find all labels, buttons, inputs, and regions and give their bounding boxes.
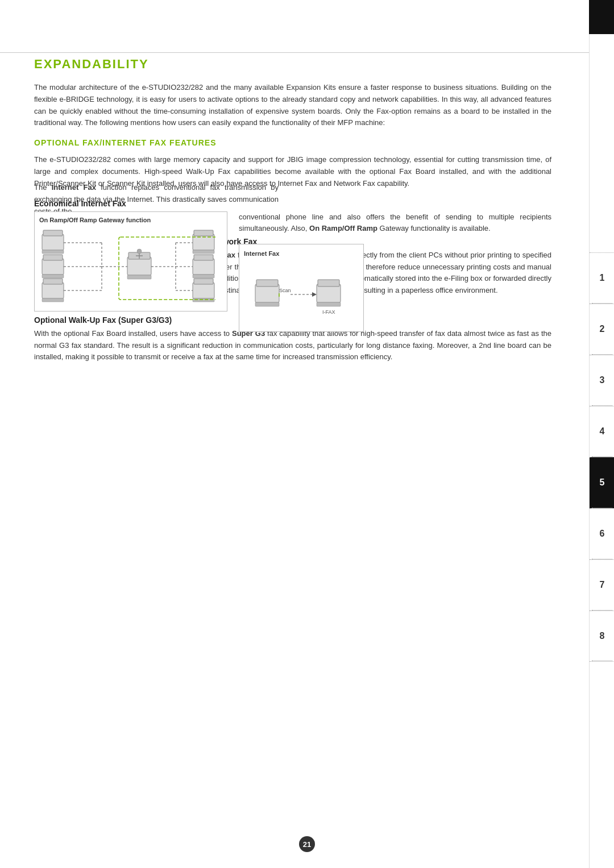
svg-rect-26 <box>194 230 213 236</box>
tab-5-active[interactable]: 5 <box>590 457 614 508</box>
svg-rect-3 <box>42 259 64 275</box>
svg-rect-6 <box>42 283 64 298</box>
black-header-block <box>589 0 614 34</box>
gateway-diagram-label: On Ramp/Off Ramp Gateway function <box>39 217 222 223</box>
svg-rect-0 <box>42 234 64 250</box>
svg-rect-36 <box>256 280 278 286</box>
svg-rect-25 <box>193 234 214 250</box>
svg-rect-30 <box>193 275 214 278</box>
internet-fax-bold: Internet Fax <box>52 183 96 192</box>
efficient-fax-text: The Network Fax function allows users to… <box>176 250 551 297</box>
svg-rect-33 <box>193 298 214 302</box>
svg-rect-35 <box>255 284 279 302</box>
optional-fax-title: OPTIONAL FAX/INTERNET FAX FEATURES <box>34 138 551 147</box>
svg-rect-14 <box>127 257 151 275</box>
svg-rect-27 <box>193 250 214 254</box>
svg-text:I-FAX: I-FAX <box>322 309 335 315</box>
svg-rect-42 <box>317 284 341 302</box>
section-title: EXPANDABILITY <box>34 57 551 72</box>
tab-8[interactable]: 8 <box>590 610 614 662</box>
walkup-fax-text: With the optional Fax Board installed, u… <box>34 328 551 363</box>
svg-rect-5 <box>42 275 64 278</box>
tab-1[interactable]: 1 <box>590 252 614 304</box>
svg-rect-1 <box>43 230 63 236</box>
top-divider <box>0 52 589 53</box>
internet-fax-diagram-box: Internet Fax Scan <box>239 244 364 332</box>
efficient-fax-heading: Efficient Network Fax <box>176 237 551 246</box>
svg-rect-29 <box>194 255 213 260</box>
right-tab-strip: 1 2 3 4 5 6 7 8 <box>589 0 614 868</box>
tab-2[interactable]: 2 <box>590 304 614 355</box>
svg-point-17 <box>137 249 142 254</box>
internet-fax-diagram-label: Internet Fax <box>244 249 359 259</box>
network-fax-text-col: Efficient Network Fax The Network Fax fu… <box>176 229 551 306</box>
svg-rect-37 <box>255 302 279 306</box>
internet-fax-svg: Scan I-FAX <box>244 261 358 324</box>
svg-rect-28 <box>193 259 214 275</box>
main-content: EXPANDABILITY The modular architecture o… <box>34 57 580 372</box>
tab-3[interactable]: 3 <box>590 355 614 406</box>
svg-text:Scan: Scan <box>279 288 291 293</box>
tab-6[interactable]: 6 <box>590 508 614 559</box>
page-number: 21 <box>299 836 315 852</box>
gateway-diagram-box: On Ramp/Off Ramp Gateway function <box>34 211 227 312</box>
svg-rect-32 <box>194 279 213 284</box>
gateway-diagram-svg <box>39 226 215 305</box>
svg-rect-44 <box>317 302 341 306</box>
svg-rect-4 <box>43 255 63 260</box>
svg-rect-31 <box>193 283 214 298</box>
intro-paragraph: The modular architecture of the e-STUDIO… <box>34 82 551 129</box>
svg-rect-7 <box>43 279 63 284</box>
svg-rect-43 <box>318 280 339 286</box>
tab-7[interactable]: 7 <box>590 559 614 610</box>
svg-rect-8 <box>42 298 64 302</box>
svg-rect-2 <box>42 250 64 254</box>
svg-marker-41 <box>312 292 317 297</box>
tab-4[interactable]: 4 <box>590 406 614 457</box>
svg-rect-16 <box>127 275 151 279</box>
gateway-diagram-col: On Ramp/Off Ramp Gateway function <box>34 211 227 333</box>
